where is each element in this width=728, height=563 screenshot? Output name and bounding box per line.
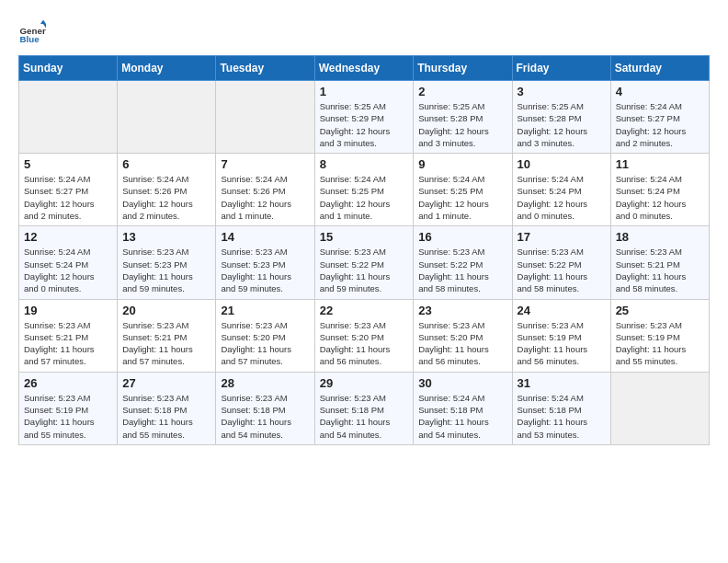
- calendar-cell: 20Sunrise: 5:23 AM Sunset: 5:21 PM Dayli…: [118, 299, 216, 372]
- calendar-cell: 12Sunrise: 5:24 AM Sunset: 5:24 PM Dayli…: [19, 226, 118, 299]
- calendar-cell: 23Sunrise: 5:23 AM Sunset: 5:20 PM Dayli…: [414, 299, 512, 372]
- day-info: Sunrise: 5:23 AM Sunset: 5:23 PM Dayligh…: [221, 246, 309, 294]
- logo-icon: General Blue: [18, 18, 46, 46]
- day-info: Sunrise: 5:24 AM Sunset: 5:25 PM Dayligh…: [418, 173, 506, 222]
- day-info: Sunrise: 5:23 AM Sunset: 5:22 PM Dayligh…: [518, 246, 606, 294]
- day-info: Sunrise: 5:23 AM Sunset: 5:18 PM Dayligh…: [320, 392, 409, 441]
- day-info: Sunrise: 5:23 AM Sunset: 5:21 PM Dayligh…: [122, 319, 210, 368]
- day-info: Sunrise: 5:23 AM Sunset: 5:18 PM Dayligh…: [221, 392, 309, 441]
- day-info: Sunrise: 5:23 AM Sunset: 5:20 PM Dayligh…: [320, 319, 409, 368]
- day-info: Sunrise: 5:23 AM Sunset: 5:22 PM Dayligh…: [418, 246, 506, 294]
- day-number: 29: [320, 376, 409, 390]
- day-info: Sunrise: 5:25 AM Sunset: 5:28 PM Dayligh…: [518, 100, 606, 149]
- logo: General Blue: [18, 18, 50, 46]
- day-number: 3: [518, 85, 606, 98]
- calendar-cell: 1Sunrise: 5:25 AM Sunset: 5:29 PM Daylig…: [314, 81, 414, 154]
- day-number: 26: [24, 376, 112, 390]
- day-info: Sunrise: 5:23 AM Sunset: 5:22 PM Dayligh…: [320, 246, 409, 294]
- day-number: 21: [221, 304, 309, 317]
- calendar-cell: 4Sunrise: 5:24 AM Sunset: 5:27 PM Daylig…: [610, 81, 709, 154]
- day-number: 14: [221, 230, 309, 244]
- calendar-cell: [216, 81, 314, 154]
- day-number: 22: [320, 304, 409, 317]
- calendar-cell: 6Sunrise: 5:24 AM Sunset: 5:26 PM Daylig…: [118, 154, 216, 226]
- calendar-cell: 7Sunrise: 5:24 AM Sunset: 5:26 PM Daylig…: [216, 154, 314, 226]
- day-number: 31: [518, 376, 606, 390]
- calendar-cell: 30Sunrise: 5:24 AM Sunset: 5:18 PM Dayli…: [414, 372, 512, 444]
- day-info: Sunrise: 5:24 AM Sunset: 5:26 PM Dayligh…: [221, 173, 309, 222]
- calendar-cell: 3Sunrise: 5:25 AM Sunset: 5:28 PM Daylig…: [512, 81, 610, 154]
- calendar-cell: 14Sunrise: 5:23 AM Sunset: 5:23 PM Dayli…: [216, 226, 314, 299]
- day-info: Sunrise: 5:24 AM Sunset: 5:26 PM Dayligh…: [122, 173, 210, 222]
- calendar-week-2: 5Sunrise: 5:24 AM Sunset: 5:27 PM Daylig…: [19, 154, 710, 226]
- calendar-cell: [610, 372, 709, 444]
- day-info: Sunrise: 5:24 AM Sunset: 5:27 PM Dayligh…: [24, 173, 112, 222]
- day-number: 5: [24, 157, 112, 171]
- day-info: Sunrise: 5:23 AM Sunset: 5:19 PM Dayligh…: [616, 319, 704, 368]
- calendar-cell: 31Sunrise: 5:24 AM Sunset: 5:18 PM Dayli…: [512, 372, 610, 444]
- day-number: 16: [418, 230, 506, 244]
- calendar-cell: [19, 81, 118, 154]
- day-number: 23: [418, 304, 506, 317]
- day-number: 27: [122, 376, 210, 390]
- weekday-header-saturday: Saturday: [610, 56, 709, 81]
- day-number: 6: [122, 157, 210, 171]
- day-number: 9: [418, 157, 506, 171]
- calendar-cell: 13Sunrise: 5:23 AM Sunset: 5:23 PM Dayli…: [118, 226, 216, 299]
- day-number: 2: [418, 85, 506, 98]
- calendar-body: 1Sunrise: 5:25 AM Sunset: 5:29 PM Daylig…: [19, 81, 710, 445]
- calendar-cell: 29Sunrise: 5:23 AM Sunset: 5:18 PM Dayli…: [314, 372, 414, 444]
- day-info: Sunrise: 5:24 AM Sunset: 5:24 PM Dayligh…: [616, 173, 704, 222]
- calendar-cell: 11Sunrise: 5:24 AM Sunset: 5:24 PM Dayli…: [610, 154, 709, 226]
- day-info: Sunrise: 5:23 AM Sunset: 5:21 PM Dayligh…: [616, 246, 704, 294]
- calendar-cell: [118, 81, 216, 154]
- day-info: Sunrise: 5:23 AM Sunset: 5:19 PM Dayligh…: [24, 392, 112, 441]
- day-number: 30: [418, 376, 506, 390]
- day-number: 17: [518, 230, 606, 244]
- page-header: General Blue: [18, 18, 710, 46]
- calendar-cell: 10Sunrise: 5:24 AM Sunset: 5:24 PM Dayli…: [512, 154, 610, 226]
- calendar-cell: 24Sunrise: 5:23 AM Sunset: 5:19 PM Dayli…: [512, 299, 610, 372]
- calendar-cell: 21Sunrise: 5:23 AM Sunset: 5:20 PM Dayli…: [216, 299, 314, 372]
- weekday-header-sunday: Sunday: [19, 56, 118, 81]
- weekday-header-wednesday: Wednesday: [314, 56, 414, 81]
- calendar-cell: 2Sunrise: 5:25 AM Sunset: 5:28 PM Daylig…: [414, 81, 512, 154]
- day-info: Sunrise: 5:23 AM Sunset: 5:23 PM Dayligh…: [122, 246, 210, 294]
- weekday-header-tuesday: Tuesday: [216, 56, 314, 81]
- day-info: Sunrise: 5:24 AM Sunset: 5:24 PM Dayligh…: [518, 173, 606, 222]
- svg-text:Blue: Blue: [20, 34, 40, 44]
- day-number: 7: [221, 157, 309, 171]
- calendar-week-4: 19Sunrise: 5:23 AM Sunset: 5:21 PM Dayli…: [19, 299, 710, 372]
- day-number: 25: [616, 304, 704, 317]
- day-info: Sunrise: 5:25 AM Sunset: 5:29 PM Dayligh…: [320, 100, 409, 149]
- day-number: 19: [24, 304, 112, 317]
- day-number: 13: [122, 230, 210, 244]
- day-info: Sunrise: 5:23 AM Sunset: 5:18 PM Dayligh…: [122, 392, 210, 441]
- day-number: 8: [320, 157, 409, 171]
- day-number: 15: [320, 230, 409, 244]
- weekday-header-thursday: Thursday: [414, 56, 512, 81]
- calendar-week-5: 26Sunrise: 5:23 AM Sunset: 5:19 PM Dayli…: [19, 372, 710, 444]
- weekday-header-friday: Friday: [512, 56, 610, 81]
- weekday-header-monday: Monday: [118, 56, 216, 81]
- day-info: Sunrise: 5:23 AM Sunset: 5:20 PM Dayligh…: [418, 319, 506, 368]
- day-info: Sunrise: 5:23 AM Sunset: 5:21 PM Dayligh…: [24, 319, 112, 368]
- day-info: Sunrise: 5:23 AM Sunset: 5:20 PM Dayligh…: [221, 319, 309, 368]
- calendar-week-1: 1Sunrise: 5:25 AM Sunset: 5:29 PM Daylig…: [19, 81, 710, 154]
- day-number: 10: [518, 157, 606, 171]
- day-info: Sunrise: 5:24 AM Sunset: 5:25 PM Dayligh…: [320, 173, 409, 222]
- calendar-cell: 8Sunrise: 5:24 AM Sunset: 5:25 PM Daylig…: [314, 154, 414, 226]
- calendar-cell: 9Sunrise: 5:24 AM Sunset: 5:25 PM Daylig…: [414, 154, 512, 226]
- day-info: Sunrise: 5:24 AM Sunset: 5:24 PM Dayligh…: [24, 246, 112, 294]
- calendar-cell: 22Sunrise: 5:23 AM Sunset: 5:20 PM Dayli…: [314, 299, 414, 372]
- calendar-week-3: 12Sunrise: 5:24 AM Sunset: 5:24 PM Dayli…: [19, 226, 710, 299]
- calendar-cell: 26Sunrise: 5:23 AM Sunset: 5:19 PM Dayli…: [19, 372, 118, 444]
- calendar-cell: 17Sunrise: 5:23 AM Sunset: 5:22 PM Dayli…: [512, 226, 610, 299]
- calendar-cell: 27Sunrise: 5:23 AM Sunset: 5:18 PM Dayli…: [118, 372, 216, 444]
- day-number: 20: [122, 304, 210, 317]
- calendar-cell: 28Sunrise: 5:23 AM Sunset: 5:18 PM Dayli…: [216, 372, 314, 444]
- calendar-cell: 15Sunrise: 5:23 AM Sunset: 5:22 PM Dayli…: [314, 226, 414, 299]
- weekday-header-row: SundayMondayTuesdayWednesdayThursdayFrid…: [19, 56, 710, 81]
- calendar-cell: 16Sunrise: 5:23 AM Sunset: 5:22 PM Dayli…: [414, 226, 512, 299]
- svg-marker-2: [40, 20, 46, 25]
